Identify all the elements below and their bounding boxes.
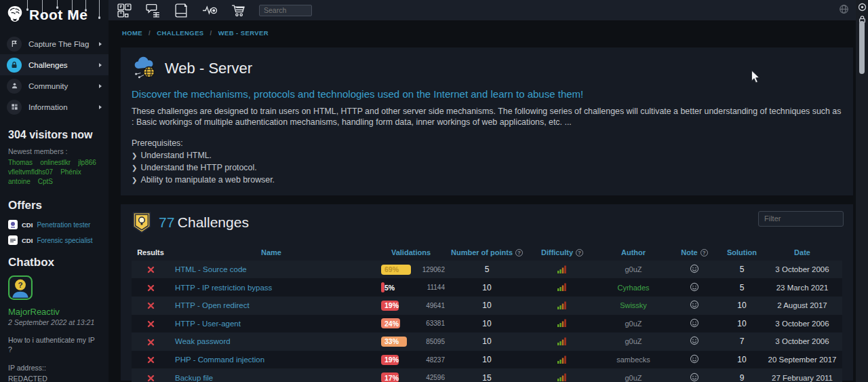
chevron-right-icon bbox=[99, 42, 102, 46]
failed-x-icon bbox=[147, 339, 155, 346]
svg-text:?: ? bbox=[18, 280, 22, 289]
offer-link[interactable]: Penetration tester bbox=[37, 221, 90, 229]
table-row: PHP - Command injection 19% 48237 10 sam… bbox=[132, 351, 842, 369]
author-link[interactable]: g0uZ bbox=[625, 265, 642, 273]
breadcrumb-link[interactable]: CHALLENGES bbox=[157, 29, 203, 37]
member-link[interactable]: CptS bbox=[38, 178, 53, 185]
filter-input[interactable] bbox=[758, 211, 844, 227]
bullet: ❯ bbox=[132, 176, 137, 184]
chat-username-link[interactable]: MajorReactiv bbox=[8, 307, 100, 317]
offer-item: CDIPenetration tester bbox=[8, 220, 100, 229]
grid-icon bbox=[7, 100, 22, 115]
challenge-link[interactable]: HTML - Source code bbox=[175, 265, 247, 273]
book-icon[interactable] bbox=[174, 3, 189, 18]
validation-badge: 19% bbox=[381, 301, 399, 311]
author-link[interactable]: g0uZ bbox=[625, 374, 642, 382]
lock-icon bbox=[7, 58, 22, 73]
table-body: HTML - Source code 69% 129062 5 g0uZ 5 3… bbox=[132, 261, 842, 382]
shopping-cart-icon[interactable] bbox=[231, 3, 246, 18]
author-link[interactable]: sambecks bbox=[616, 356, 650, 364]
author-link[interactable]: g0uZ bbox=[625, 337, 642, 345]
validation-count: 49641 bbox=[426, 302, 449, 309]
table-row: Weak password 33% 85095 10 g0uZ 7 3 Octo… bbox=[132, 332, 842, 351]
challenge-date: 3 October 2006 bbox=[762, 320, 842, 328]
validation-count: 63381 bbox=[426, 320, 449, 327]
challenge-date: 3 October 2006 bbox=[762, 265, 842, 273]
breadcrumb-link[interactable]: WEB - SERVER bbox=[218, 29, 269, 37]
author-link[interactable]: g0uZ bbox=[625, 320, 642, 328]
challenge-link[interactable]: Backup file bbox=[175, 374, 213, 382]
member-link[interactable]: antoine bbox=[8, 178, 31, 185]
search-input[interactable] bbox=[259, 5, 312, 16]
breadcrumb: HOME/CHALLENGES/WEB - SERVER bbox=[108, 20, 856, 45]
validation-count: 11144 bbox=[427, 284, 449, 291]
target-waveform-icon[interactable] bbox=[202, 3, 218, 18]
chat-network-icon[interactable] bbox=[145, 3, 161, 18]
chatbox-title: Chatbox bbox=[8, 256, 100, 269]
sidebar-item-information[interactable]: Information bbox=[0, 96, 108, 117]
member-link[interactable]: jlp866 bbox=[78, 159, 96, 166]
record-circle-icon[interactable] bbox=[858, 3, 867, 12]
column-header-name: Name bbox=[170, 248, 373, 256]
member-link[interactable]: Thomas bbox=[8, 159, 33, 166]
offer-link[interactable]: Forensic specialist bbox=[37, 237, 92, 244]
sidebar-item-capture-the-flag[interactable]: Capture The Flag bbox=[0, 33, 108, 54]
chevron-right-icon bbox=[99, 105, 102, 109]
chat-avatar[interactable]: ? bbox=[8, 275, 33, 300]
validation-count: 48237 bbox=[426, 356, 449, 364]
solution-count: 5 bbox=[722, 283, 762, 292]
member-link[interactable]: Phénix bbox=[60, 168, 81, 176]
validation-badge: 19% bbox=[381, 355, 399, 365]
help-icon[interactable]: ? bbox=[701, 249, 708, 256]
help-icon[interactable]: ? bbox=[576, 249, 583, 256]
points-value: 15 bbox=[449, 373, 525, 382]
language-globe-icon[interactable] bbox=[839, 4, 849, 14]
offers-list: CDIPenetration testerCDIForensic special… bbox=[8, 220, 100, 245]
sidebar-menu: Capture The Flag Challenges Community In… bbox=[0, 33, 108, 117]
main-content: Web - Server Discover the mechanisms, pr… bbox=[108, 45, 856, 382]
info-blocks-icon[interactable] bbox=[117, 3, 132, 18]
note-emoji-icon bbox=[690, 300, 699, 309]
person-icon bbox=[7, 79, 22, 94]
prerequisite-item: ❯Understand the HTTP protocol. bbox=[132, 163, 842, 172]
scrollbar-thumb[interactable] bbox=[859, 21, 865, 74]
challenge-link[interactable]: HTTP - IP restriction bypass bbox=[175, 284, 272, 292]
breadcrumb-separator: / bbox=[149, 29, 151, 37]
page-title: Web - Server bbox=[165, 60, 252, 77]
member-link[interactable]: vfleltvmfldhs07 bbox=[8, 168, 53, 176]
column-header-results: Results bbox=[132, 248, 170, 256]
challenge-date: 3 October 2006 bbox=[762, 337, 842, 345]
offer-item: CDIForensic specialist bbox=[8, 235, 100, 245]
help-icon[interactable]: ? bbox=[515, 249, 523, 256]
failed-x-icon bbox=[147, 302, 155, 309]
difficulty-icon bbox=[557, 301, 567, 309]
chevron-right-icon bbox=[99, 84, 102, 88]
challenge-link[interactable]: Weak password bbox=[175, 337, 231, 345]
validation-badge: 24% bbox=[381, 318, 400, 328]
category-subtitle: Discover the mechanisms, protocols and t… bbox=[132, 88, 842, 100]
newest-members-label: Newest members : bbox=[8, 147, 100, 155]
breadcrumb-link[interactable]: HOME bbox=[122, 29, 142, 37]
table-row: Backup file 17% 42596 15 g0uZ 9 27 Febru… bbox=[132, 368, 842, 382]
challenge-date: 23 March 2021 bbox=[762, 284, 842, 292]
solution-count: 10 bbox=[722, 319, 762, 328]
challenge-date: 2 August 2017 bbox=[762, 301, 842, 309]
author-link[interactable]: Swissky bbox=[620, 301, 647, 309]
challenge-link[interactable]: HTTP - User-agent bbox=[175, 320, 241, 328]
note-emoji-icon bbox=[690, 282, 699, 292]
sidebar-item-challenges[interactable]: Challenges bbox=[0, 54, 108, 75]
sidebar-item-community[interactable]: Community bbox=[0, 75, 108, 96]
difficulty-icon bbox=[557, 355, 567, 364]
challenge-link[interactable]: HTTP - Open redirect bbox=[175, 301, 250, 309]
difficulty-icon bbox=[557, 337, 567, 345]
member-link[interactable]: onlinestlkr bbox=[40, 159, 71, 166]
app-logo[interactable]: Root Me bbox=[0, 0, 108, 28]
solution-count: 10 bbox=[722, 301, 762, 310]
column-header-solution: Solution bbox=[722, 248, 762, 256]
points-value: 10 bbox=[449, 337, 525, 346]
solution-count: 7 bbox=[722, 337, 762, 346]
author-link[interactable]: Cyrhades bbox=[617, 284, 649, 292]
failed-x-icon bbox=[147, 320, 155, 328]
challenge-link[interactable]: PHP - Command injection bbox=[175, 356, 264, 364]
difficulty-icon bbox=[557, 318, 567, 327]
